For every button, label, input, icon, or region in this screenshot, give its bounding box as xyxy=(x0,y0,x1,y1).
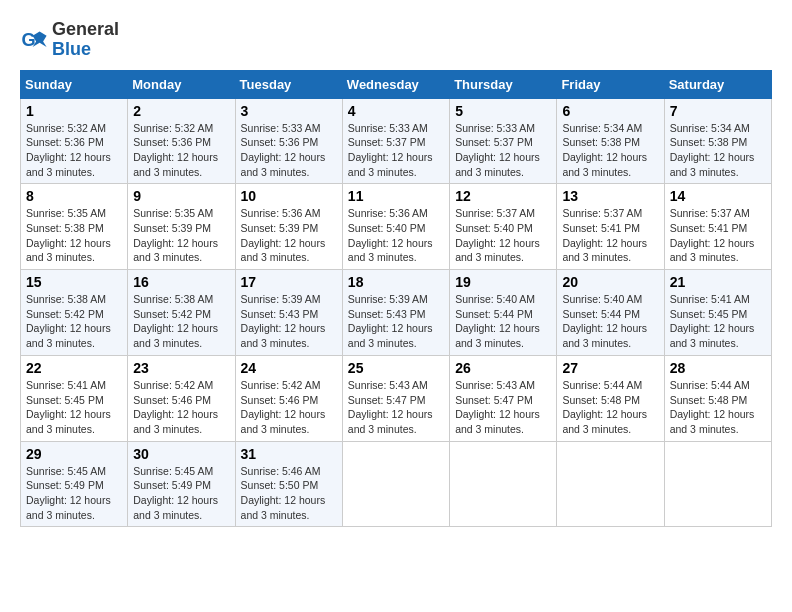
calendar-table: SundayMondayTuesdayWednesdayThursdayFrid… xyxy=(20,70,772,528)
column-header-monday: Monday xyxy=(128,70,235,98)
calendar-cell: 4 Sunrise: 5:33 AMSunset: 5:37 PMDayligh… xyxy=(342,98,449,184)
day-number: 6 xyxy=(562,103,658,119)
day-detail: Sunrise: 5:32 AMSunset: 5:36 PMDaylight:… xyxy=(26,122,111,178)
calendar-week-1: 1 Sunrise: 5:32 AMSunset: 5:36 PMDayligh… xyxy=(21,98,772,184)
day-detail: Sunrise: 5:39 AMSunset: 5:43 PMDaylight:… xyxy=(348,293,433,349)
column-header-saturday: Saturday xyxy=(664,70,771,98)
day-number: 4 xyxy=(348,103,444,119)
day-detail: Sunrise: 5:41 AMSunset: 5:45 PMDaylight:… xyxy=(26,379,111,435)
day-number: 20 xyxy=(562,274,658,290)
calendar-cell: 12 Sunrise: 5:37 AMSunset: 5:40 PMDaylig… xyxy=(450,184,557,270)
day-number: 29 xyxy=(26,446,122,462)
day-detail: Sunrise: 5:33 AMSunset: 5:36 PMDaylight:… xyxy=(241,122,326,178)
calendar-cell: 7 Sunrise: 5:34 AMSunset: 5:38 PMDayligh… xyxy=(664,98,771,184)
day-detail: Sunrise: 5:40 AMSunset: 5:44 PMDaylight:… xyxy=(455,293,540,349)
calendar-cell xyxy=(557,441,664,527)
logo: G GeneralBlue xyxy=(20,20,119,60)
calendar-header-row: SundayMondayTuesdayWednesdayThursdayFrid… xyxy=(21,70,772,98)
day-detail: Sunrise: 5:35 AMSunset: 5:39 PMDaylight:… xyxy=(133,207,218,263)
calendar-cell: 23 Sunrise: 5:42 AMSunset: 5:46 PMDaylig… xyxy=(128,355,235,441)
calendar-cell: 10 Sunrise: 5:36 AMSunset: 5:39 PMDaylig… xyxy=(235,184,342,270)
day-number: 9 xyxy=(133,188,229,204)
calendar-cell: 31 Sunrise: 5:46 AMSunset: 5:50 PMDaylig… xyxy=(235,441,342,527)
day-detail: Sunrise: 5:44 AMSunset: 5:48 PMDaylight:… xyxy=(670,379,755,435)
calendar-cell: 25 Sunrise: 5:43 AMSunset: 5:47 PMDaylig… xyxy=(342,355,449,441)
day-detail: Sunrise: 5:41 AMSunset: 5:45 PMDaylight:… xyxy=(670,293,755,349)
calendar-week-5: 29 Sunrise: 5:45 AMSunset: 5:49 PMDaylig… xyxy=(21,441,772,527)
day-number: 17 xyxy=(241,274,337,290)
day-number: 21 xyxy=(670,274,766,290)
day-detail: Sunrise: 5:45 AMSunset: 5:49 PMDaylight:… xyxy=(133,465,218,521)
day-detail: Sunrise: 5:42 AMSunset: 5:46 PMDaylight:… xyxy=(241,379,326,435)
day-number: 30 xyxy=(133,446,229,462)
calendar-cell: 21 Sunrise: 5:41 AMSunset: 5:45 PMDaylig… xyxy=(664,270,771,356)
day-detail: Sunrise: 5:37 AMSunset: 5:40 PMDaylight:… xyxy=(455,207,540,263)
calendar-cell: 9 Sunrise: 5:35 AMSunset: 5:39 PMDayligh… xyxy=(128,184,235,270)
page-header: G GeneralBlue xyxy=(20,20,772,60)
day-number: 13 xyxy=(562,188,658,204)
calendar-cell: 28 Sunrise: 5:44 AMSunset: 5:48 PMDaylig… xyxy=(664,355,771,441)
day-number: 2 xyxy=(133,103,229,119)
day-number: 12 xyxy=(455,188,551,204)
day-detail: Sunrise: 5:33 AMSunset: 5:37 PMDaylight:… xyxy=(348,122,433,178)
day-detail: Sunrise: 5:39 AMSunset: 5:43 PMDaylight:… xyxy=(241,293,326,349)
day-number: 18 xyxy=(348,274,444,290)
logo-text: GeneralBlue xyxy=(52,20,119,60)
day-detail: Sunrise: 5:43 AMSunset: 5:47 PMDaylight:… xyxy=(348,379,433,435)
calendar-cell: 3 Sunrise: 5:33 AMSunset: 5:36 PMDayligh… xyxy=(235,98,342,184)
calendar-cell: 11 Sunrise: 5:36 AMSunset: 5:40 PMDaylig… xyxy=(342,184,449,270)
calendar-cell xyxy=(664,441,771,527)
calendar-cell: 22 Sunrise: 5:41 AMSunset: 5:45 PMDaylig… xyxy=(21,355,128,441)
calendar-cell: 30 Sunrise: 5:45 AMSunset: 5:49 PMDaylig… xyxy=(128,441,235,527)
calendar-week-2: 8 Sunrise: 5:35 AMSunset: 5:38 PMDayligh… xyxy=(21,184,772,270)
calendar-cell: 27 Sunrise: 5:44 AMSunset: 5:48 PMDaylig… xyxy=(557,355,664,441)
calendar-week-3: 15 Sunrise: 5:38 AMSunset: 5:42 PMDaylig… xyxy=(21,270,772,356)
day-detail: Sunrise: 5:46 AMSunset: 5:50 PMDaylight:… xyxy=(241,465,326,521)
calendar-cell: 26 Sunrise: 5:43 AMSunset: 5:47 PMDaylig… xyxy=(450,355,557,441)
day-detail: Sunrise: 5:37 AMSunset: 5:41 PMDaylight:… xyxy=(670,207,755,263)
day-detail: Sunrise: 5:44 AMSunset: 5:48 PMDaylight:… xyxy=(562,379,647,435)
calendar-cell: 13 Sunrise: 5:37 AMSunset: 5:41 PMDaylig… xyxy=(557,184,664,270)
day-detail: Sunrise: 5:40 AMSunset: 5:44 PMDaylight:… xyxy=(562,293,647,349)
day-detail: Sunrise: 5:45 AMSunset: 5:49 PMDaylight:… xyxy=(26,465,111,521)
calendar-cell: 1 Sunrise: 5:32 AMSunset: 5:36 PMDayligh… xyxy=(21,98,128,184)
day-detail: Sunrise: 5:34 AMSunset: 5:38 PMDaylight:… xyxy=(670,122,755,178)
day-detail: Sunrise: 5:42 AMSunset: 5:46 PMDaylight:… xyxy=(133,379,218,435)
calendar-cell: 8 Sunrise: 5:35 AMSunset: 5:38 PMDayligh… xyxy=(21,184,128,270)
day-detail: Sunrise: 5:32 AMSunset: 5:36 PMDaylight:… xyxy=(133,122,218,178)
day-number: 24 xyxy=(241,360,337,376)
day-number: 27 xyxy=(562,360,658,376)
calendar-cell: 19 Sunrise: 5:40 AMSunset: 5:44 PMDaylig… xyxy=(450,270,557,356)
day-number: 31 xyxy=(241,446,337,462)
day-detail: Sunrise: 5:38 AMSunset: 5:42 PMDaylight:… xyxy=(133,293,218,349)
day-number: 14 xyxy=(670,188,766,204)
calendar-cell: 17 Sunrise: 5:39 AMSunset: 5:43 PMDaylig… xyxy=(235,270,342,356)
calendar-cell: 16 Sunrise: 5:38 AMSunset: 5:42 PMDaylig… xyxy=(128,270,235,356)
calendar-cell: 6 Sunrise: 5:34 AMSunset: 5:38 PMDayligh… xyxy=(557,98,664,184)
day-detail: Sunrise: 5:36 AMSunset: 5:39 PMDaylight:… xyxy=(241,207,326,263)
day-number: 28 xyxy=(670,360,766,376)
day-number: 7 xyxy=(670,103,766,119)
column-header-sunday: Sunday xyxy=(21,70,128,98)
day-number: 10 xyxy=(241,188,337,204)
calendar-cell: 14 Sunrise: 5:37 AMSunset: 5:41 PMDaylig… xyxy=(664,184,771,270)
calendar-cell xyxy=(450,441,557,527)
calendar-cell: 15 Sunrise: 5:38 AMSunset: 5:42 PMDaylig… xyxy=(21,270,128,356)
calendar-cell: 20 Sunrise: 5:40 AMSunset: 5:44 PMDaylig… xyxy=(557,270,664,356)
column-header-thursday: Thursday xyxy=(450,70,557,98)
column-header-friday: Friday xyxy=(557,70,664,98)
calendar-cell: 5 Sunrise: 5:33 AMSunset: 5:37 PMDayligh… xyxy=(450,98,557,184)
calendar-cell: 18 Sunrise: 5:39 AMSunset: 5:43 PMDaylig… xyxy=(342,270,449,356)
svg-text:G: G xyxy=(21,29,35,49)
day-detail: Sunrise: 5:34 AMSunset: 5:38 PMDaylight:… xyxy=(562,122,647,178)
day-number: 23 xyxy=(133,360,229,376)
day-number: 1 xyxy=(26,103,122,119)
day-detail: Sunrise: 5:36 AMSunset: 5:40 PMDaylight:… xyxy=(348,207,433,263)
day-detail: Sunrise: 5:35 AMSunset: 5:38 PMDaylight:… xyxy=(26,207,111,263)
day-number: 11 xyxy=(348,188,444,204)
calendar-week-4: 22 Sunrise: 5:41 AMSunset: 5:45 PMDaylig… xyxy=(21,355,772,441)
day-number: 22 xyxy=(26,360,122,376)
column-header-tuesday: Tuesday xyxy=(235,70,342,98)
calendar-cell xyxy=(342,441,449,527)
day-number: 25 xyxy=(348,360,444,376)
